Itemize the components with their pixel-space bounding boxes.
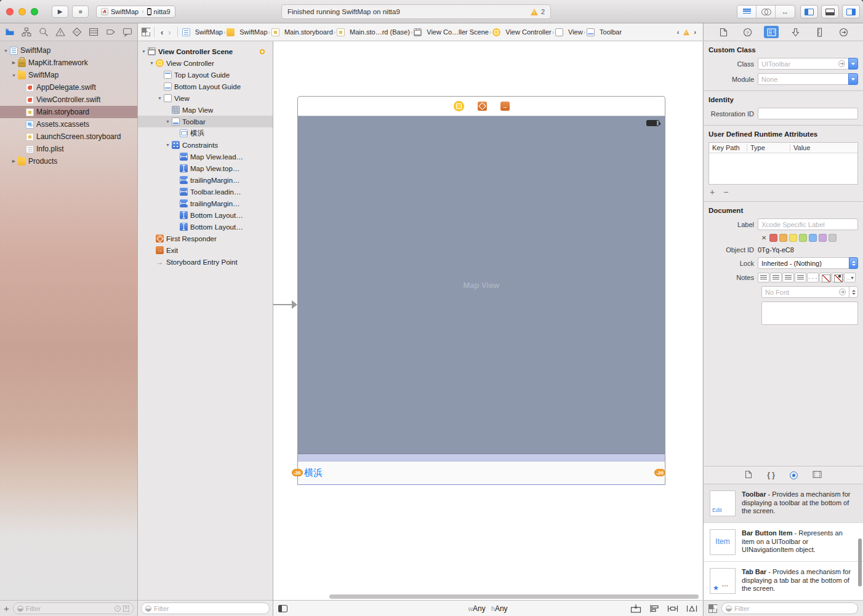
issue-warning-icon[interactable] xyxy=(683,29,689,34)
zoom-window-button[interactable] xyxy=(31,8,38,15)
toggle-navigator-button[interactable] xyxy=(800,5,818,18)
outline-item-row[interactable]: ▼View xyxy=(138,92,273,104)
version-editor-button[interactable]: ↔ xyxy=(776,6,795,18)
disclosure-triangle[interactable]: ▶ xyxy=(10,60,17,65)
embed-in-stack-button[interactable] xyxy=(630,604,641,613)
font-picker-icon[interactable]: ➔ xyxy=(839,289,846,295)
exit-icon[interactable]: → xyxy=(500,102,510,111)
color-swatch[interactable] xyxy=(789,234,797,242)
first-responder-icon[interactable] xyxy=(478,102,487,111)
navigator-file-row[interactable]: ViewController.swift xyxy=(0,94,137,106)
library-item[interactable]: EditToolbar - Provides a mechanism for d… xyxy=(704,484,863,523)
go-back-button[interactable]: ‹ xyxy=(158,28,166,37)
go-forward-button[interactable]: › xyxy=(166,28,173,37)
navigator-filter-field[interactable] xyxy=(13,602,134,614)
lock-stepper[interactable] xyxy=(849,257,858,269)
restoration-id-field[interactable] xyxy=(758,108,858,119)
breadcrumb-item[interactable]: SwiftMap xyxy=(182,28,223,36)
warning-count[interactable]: 2 xyxy=(541,8,545,15)
navigator-file-row[interactable]: Assets.xcassets xyxy=(0,118,137,130)
warning-icon[interactable] xyxy=(531,9,538,15)
constraint-badge-left[interactable]: -20 xyxy=(292,469,303,476)
table-column-header[interactable]: Type xyxy=(747,144,790,151)
runtime-attributes-table-body[interactable] xyxy=(709,153,857,184)
outline-item-row[interactable]: Toolbar.leadin… xyxy=(138,186,273,198)
project-navigator-tab[interactable] xyxy=(5,27,15,37)
disclosure-triangle[interactable]: ▼ xyxy=(10,73,17,78)
storyboard-entry-point-arrow[interactable] xyxy=(273,300,297,309)
connections-inspector-tab[interactable] xyxy=(836,26,851,38)
no-style-icon[interactable] xyxy=(819,273,831,282)
size-inspector-tab[interactable] xyxy=(812,26,827,38)
file-inspector-tab[interactable] xyxy=(716,26,731,38)
run-button[interactable]: ▶ xyxy=(52,6,68,18)
outline-filter-field[interactable] xyxy=(141,602,270,614)
outline-item-row[interactable]: Bottom Layout… xyxy=(138,221,273,233)
more-icon[interactable]: …▾ xyxy=(844,273,856,282)
media-library-tab[interactable] xyxy=(813,471,822,479)
toggle-outline-button[interactable] xyxy=(278,605,287,612)
breadcrumb-item[interactable]: SwiftMap xyxy=(226,28,267,36)
module-field[interactable]: None xyxy=(758,73,849,85)
breadcrumb-item[interactable]: Main.sto…rd (Base) xyxy=(336,28,410,36)
align-button[interactable] xyxy=(649,604,659,613)
breadcrumb-item[interactable]: Main.storyboard xyxy=(271,28,333,36)
issue-navigator-tab[interactable] xyxy=(55,27,65,37)
toolbar[interactable]: -20 横浜 -20 xyxy=(298,462,665,484)
outline-item-row[interactable]: ▼View Controller Scene xyxy=(138,46,273,57)
disclosure-triangle[interactable]: ▶ xyxy=(10,159,17,164)
notes-text-area[interactable] xyxy=(761,302,858,325)
size-class-control[interactable]: wAny hAny xyxy=(468,604,507,613)
breakpoint-navigator-tab[interactable] xyxy=(106,27,116,37)
canvas-horizontal-scrollbar[interactable] xyxy=(329,594,699,599)
color-swatch[interactable] xyxy=(769,234,777,242)
interface-builder-canvas[interactable]: → Map View -20 横浜 -20 xyxy=(273,41,702,600)
disclosure-triangle[interactable]: ▼ xyxy=(148,61,155,65)
outline-item-row[interactable]: First Responder xyxy=(138,233,273,244)
outline-item-row[interactable]: trailingMargin… xyxy=(138,198,273,209)
outline-item-row[interactable]: Exit xyxy=(138,244,273,256)
add-file-button[interactable]: + xyxy=(4,603,9,614)
navigator-file-row[interactable]: ▶Products xyxy=(0,155,137,167)
navigator-file-row[interactable]: Info.plist xyxy=(0,143,137,155)
align-justify-icon[interactable] xyxy=(795,273,806,282)
navigator-file-row[interactable]: ▶MapKit.framework xyxy=(0,57,137,69)
close-window-button[interactable] xyxy=(6,8,14,15)
next-issue-button[interactable]: › xyxy=(691,28,699,36)
toggle-inspector-button[interactable] xyxy=(842,5,860,18)
module-dropdown-button[interactable] xyxy=(848,73,858,85)
test-navigator-tab[interactable] xyxy=(72,27,82,37)
class-dropdown-button[interactable] xyxy=(848,58,858,70)
view-controller-icon[interactable] xyxy=(454,101,464,111)
outline-item-row[interactable]: Map View.top… xyxy=(138,162,273,174)
color-swatch[interactable] xyxy=(779,234,787,242)
disclosure-triangle[interactable]: ▼ xyxy=(2,49,9,53)
outline-divider[interactable] xyxy=(273,41,273,616)
outline-item-row[interactable]: ▼View Controller xyxy=(138,57,273,69)
navigator-file-row[interactable]: LaunchScreen.storyboard xyxy=(0,130,137,143)
color-swatch[interactable] xyxy=(829,234,837,242)
add-attribute-button[interactable]: + xyxy=(710,188,715,196)
recent-files-icon[interactable] xyxy=(114,606,121,612)
clear-color-icon[interactable]: ✕ xyxy=(761,234,766,241)
library-filter-field[interactable] xyxy=(721,602,858,614)
outline-item-row[interactable]: Top Layout Guide xyxy=(138,69,273,81)
align-left-icon[interactable] xyxy=(758,273,769,282)
breadcrumb-item[interactable]: View Co…ller Scene xyxy=(413,28,489,36)
outline-item-row[interactable]: Bottom Layout… xyxy=(138,209,273,221)
align-right-icon[interactable] xyxy=(782,273,794,282)
navigator-filter-input[interactable] xyxy=(26,605,112,612)
disclosure-triangle[interactable]: ▼ xyxy=(164,143,171,147)
color-swatch[interactable] xyxy=(799,234,807,242)
unsaved-files-icon[interactable] xyxy=(123,606,129,612)
font-field[interactable]: No Font ➔ xyxy=(761,286,849,298)
object-library-tab[interactable] xyxy=(790,471,798,479)
library-scrollbar[interactable] xyxy=(858,538,862,586)
assistant-editor-button[interactable] xyxy=(757,6,776,18)
breadcrumb-item[interactable]: View Controller xyxy=(492,28,551,36)
outline-item-row[interactable]: trailingMargin… xyxy=(138,174,273,186)
runtime-attributes-table[interactable]: Key PathTypeValue xyxy=(708,142,858,185)
navigator-file-row[interactable]: Main.storyboard xyxy=(0,106,137,118)
pin-button[interactable] xyxy=(667,604,678,613)
attributes-inspector-tab[interactable] xyxy=(788,26,803,38)
